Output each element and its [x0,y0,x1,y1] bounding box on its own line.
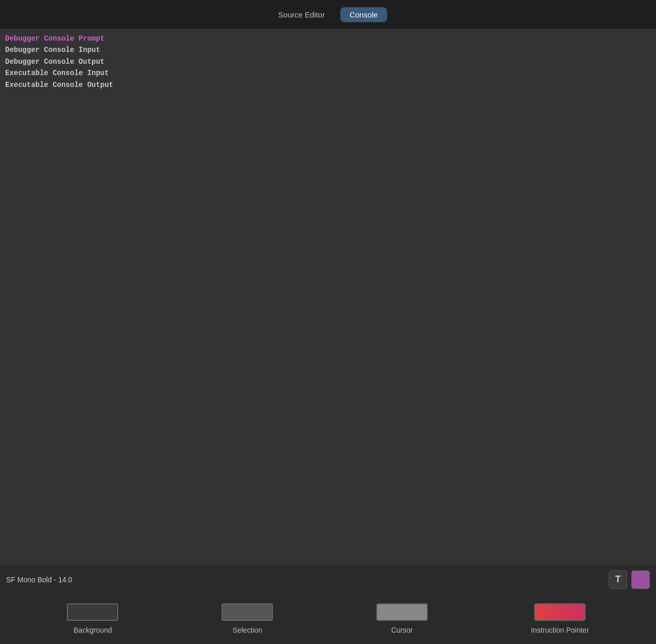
console-line-2: Debugger Console Output [5,56,651,67]
tab-console[interactable]: Console [340,7,387,22]
console-line-1: Debugger Console Input [5,44,651,56]
font-chooser-button[interactable]: T [609,570,627,589]
legend-bar: Background Selection Cursor Instruction … [0,593,656,644]
console-output-area: Debugger Console PromptDebugger Console … [0,29,656,566]
legend-item-selection: Selection [222,603,273,634]
legend-item-background: Background [67,603,118,634]
console-line-0: Debugger Console Prompt [5,33,651,44]
color-swatch-button[interactable] [631,570,650,589]
instruction-pointer-label: Instruction Pointer [531,626,589,634]
selection-swatch[interactable] [222,603,273,621]
selection-label: Selection [232,626,262,634]
background-swatch[interactable] [67,603,118,621]
instruction-pointer-swatch[interactable] [534,603,586,621]
legend-item-instruction-pointer: Instruction Pointer [531,603,589,634]
header-tab-bar: Source Editor Console [0,0,656,29]
font-name-label: SF Mono Bold - 14.0 [6,576,605,584]
background-label: Background [74,626,112,634]
font-info-bar: SF Mono Bold - 14.0 T [0,566,656,593]
console-line-3: Executable Console Input [5,67,651,79]
console-line-4: Executable Console Output [5,79,651,91]
legend-item-cursor: Cursor [376,603,428,634]
tab-source-editor[interactable]: Source Editor [269,7,334,22]
cursor-label: Cursor [391,626,413,634]
cursor-swatch[interactable] [376,603,428,621]
font-T-icon: T [615,574,621,585]
